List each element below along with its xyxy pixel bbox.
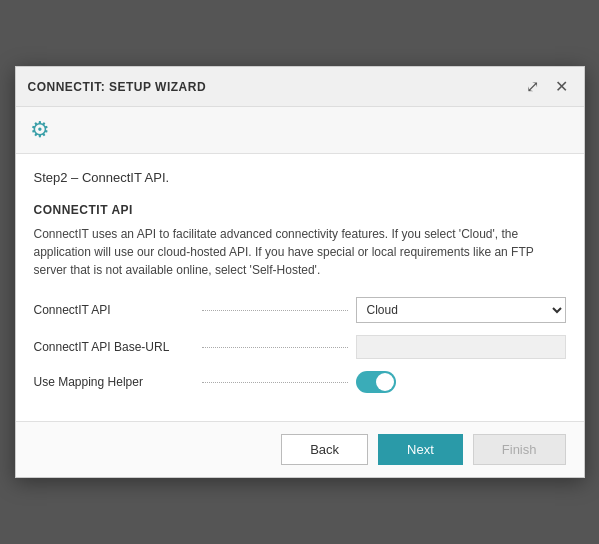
icon-bar: ⚙ [16, 107, 584, 154]
gear-icon: ⚙ [30, 117, 50, 142]
titlebar: CONNECTIT: SETUP WIZARD ⤢ ✕ [16, 67, 584, 107]
close-icon: ✕ [555, 77, 568, 96]
back-button[interactable]: Back [281, 434, 368, 465]
toggle-wrap [356, 371, 566, 393]
field-base-url: ConnectIT API Base-URL [34, 335, 566, 359]
label-mapping-helper: Use Mapping Helper [34, 375, 194, 389]
toggle-slider [356, 371, 396, 393]
dotted-spacer-3 [202, 382, 348, 383]
expand-icon: ⤢ [526, 77, 539, 96]
select-wrap: Cloud Self-Hosted [356, 297, 566, 323]
base-url-input[interactable] [356, 335, 566, 359]
expand-button[interactable]: ⤢ [522, 75, 543, 98]
field-mapping-helper: Use Mapping Helper [34, 371, 566, 393]
dotted-spacer-2 [202, 347, 348, 348]
dotted-spacer [202, 310, 348, 311]
titlebar-actions: ⤢ ✕ [522, 75, 572, 98]
input-wrap [356, 335, 566, 359]
description-text: ConnectIT uses an API to facilitate adva… [34, 225, 566, 279]
content-area: Step2 – ConnectIT API. CONNECTIT API Con… [16, 154, 584, 421]
step-label: Step2 – ConnectIT API. [34, 170, 566, 185]
label-connectit-api: ConnectIT API [34, 303, 194, 317]
setup-wizard-dialog: CONNECTIT: SETUP WIZARD ⤢ ✕ ⚙ Step2 – Co… [15, 66, 585, 478]
next-button[interactable]: Next [378, 434, 463, 465]
mapping-helper-toggle[interactable] [356, 371, 396, 393]
finish-button: Finish [473, 434, 566, 465]
label-base-url: ConnectIT API Base-URL [34, 340, 194, 354]
connectit-api-select[interactable]: Cloud Self-Hosted [356, 297, 566, 323]
field-connectit-api: ConnectIT API Cloud Self-Hosted [34, 297, 566, 323]
footer: Back Next Finish [16, 421, 584, 477]
dialog-title: CONNECTIT: SETUP WIZARD [28, 80, 207, 94]
close-button[interactable]: ✕ [551, 75, 572, 98]
section-title: CONNECTIT API [34, 203, 566, 217]
